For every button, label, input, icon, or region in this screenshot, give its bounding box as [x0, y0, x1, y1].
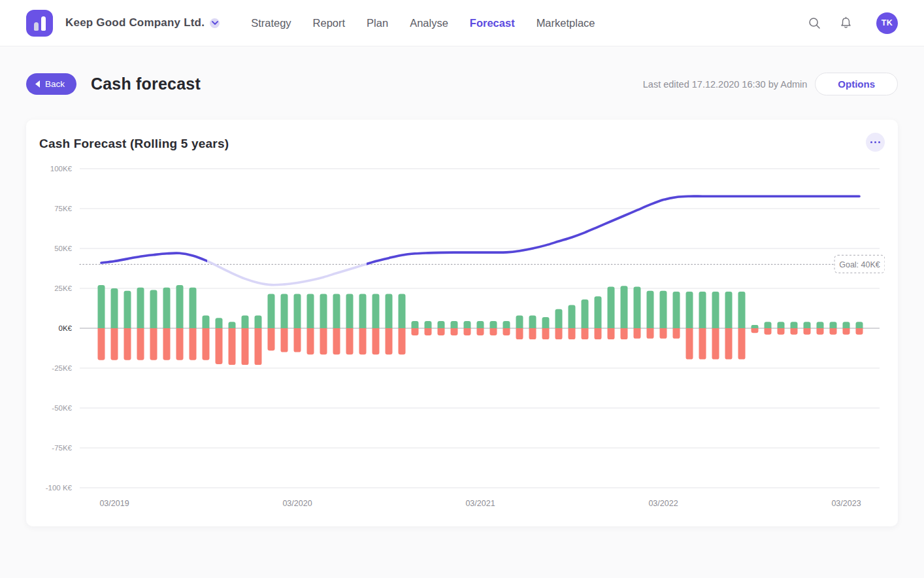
outflow-bar[interactable] — [555, 328, 563, 339]
outflow-bar[interactable] — [673, 328, 680, 339]
outflow-bar[interactable] — [634, 328, 641, 339]
outflow-bar[interactable] — [111, 328, 118, 360]
inflow-bar[interactable] — [438, 321, 445, 328]
outflow-bar[interactable] — [582, 328, 589, 339]
inflow-bar[interactable] — [294, 294, 301, 328]
outflow-bar[interactable] — [124, 328, 131, 360]
options-button[interactable]: Options — [815, 73, 898, 95]
inflow-bar[interactable] — [843, 322, 850, 328]
inflow-bar[interactable] — [595, 296, 602, 328]
outflow-bar[interactable] — [608, 328, 615, 339]
inflow-bar[interactable] — [412, 321, 419, 328]
inflow-bar[interactable] — [359, 294, 367, 328]
inflow-bar[interactable] — [725, 292, 733, 328]
inflow-bar[interactable] — [255, 315, 262, 328]
outflow-bar[interactable] — [569, 328, 576, 339]
company-logo-icon[interactable] — [26, 10, 53, 37]
outflow-bar[interactable] — [751, 328, 759, 333]
outflow-bar[interactable] — [203, 328, 210, 360]
inflow-bar[interactable] — [673, 292, 680, 328]
outflow-bar[interactable] — [412, 328, 419, 335]
outflow-bar[interactable] — [712, 328, 719, 360]
inflow-bar[interactable] — [307, 294, 314, 328]
outflow-bar[interactable] — [621, 328, 628, 339]
inflow-bar[interactable] — [111, 288, 118, 328]
outflow-bar[interactable] — [307, 328, 314, 354]
outflow-bar[interactable] — [516, 328, 523, 339]
outflow-bar[interactable] — [333, 328, 340, 354]
outflow-bar[interactable] — [98, 328, 105, 360]
outflow-bar[interactable] — [817, 328, 824, 335]
inflow-bar[interactable] — [176, 285, 184, 328]
inflow-bar[interactable] — [634, 287, 641, 328]
inflow-bar[interactable] — [98, 285, 105, 328]
inflow-bar[interactable] — [647, 291, 654, 328]
inflow-bar[interactable] — [346, 294, 354, 328]
outflow-bar[interactable] — [386, 328, 393, 354]
inflow-bar[interactable] — [569, 305, 576, 328]
inflow-bar[interactable] — [451, 321, 458, 328]
nav-item-marketplace[interactable]: Marketplace — [536, 17, 595, 29]
inflow-bar[interactable] — [490, 321, 497, 328]
inflow-bar[interactable] — [621, 286, 628, 328]
inflow-bar[interactable] — [503, 321, 510, 328]
back-button[interactable]: Back — [26, 73, 76, 95]
bell-icon[interactable] — [836, 13, 855, 33]
inflow-bar[interactable] — [477, 321, 484, 328]
inflow-bar[interactable] — [229, 322, 236, 328]
outflow-bar[interactable] — [595, 328, 602, 339]
nav-item-report[interactable]: Report — [313, 17, 346, 29]
outflow-bar[interactable] — [255, 328, 262, 365]
inflow-bar[interactable] — [817, 322, 824, 328]
inflow-bar[interactable] — [738, 292, 746, 328]
inflow-bar[interactable] — [333, 294, 340, 328]
nav-item-forecast[interactable]: Forecast — [470, 17, 515, 29]
inflow-bar[interactable] — [686, 292, 693, 328]
inflow-bar[interactable] — [555, 309, 563, 328]
ellipsis-menu-icon[interactable] — [866, 133, 885, 152]
outflow-bar[interactable] — [438, 328, 445, 335]
inflow-bar[interactable] — [529, 315, 536, 328]
outflow-bar[interactable] — [477, 328, 484, 335]
outflow-bar[interactable] — [137, 328, 144, 360]
inflow-bar[interactable] — [856, 322, 863, 328]
outflow-bar[interactable] — [699, 328, 706, 360]
outflow-bar[interactable] — [660, 328, 667, 339]
outflow-bar[interactable] — [359, 328, 367, 354]
outflow-bar[interactable] — [686, 328, 693, 360]
outflow-bar[interactable] — [778, 328, 785, 335]
outflow-bar[interactable] — [399, 328, 406, 354]
inflow-bar[interactable] — [660, 291, 667, 328]
inflow-bar[interactable] — [699, 292, 706, 328]
outflow-bar[interactable] — [281, 328, 288, 352]
inflow-bar[interactable] — [765, 322, 772, 328]
outflow-bar[interactable] — [529, 328, 536, 339]
user-avatar[interactable]: TK — [876, 12, 898, 34]
outflow-bar[interactable] — [725, 328, 733, 360]
inflow-bar[interactable] — [386, 294, 393, 328]
inflow-bar[interactable] — [582, 299, 589, 328]
inflow-bar[interactable] — [464, 321, 471, 328]
inflow-bar[interactable] — [268, 294, 275, 328]
inflow-bar[interactable] — [399, 294, 406, 328]
inflow-bar[interactable] — [163, 288, 171, 328]
outflow-bar[interactable] — [268, 328, 275, 350]
outflow-bar[interactable] — [765, 328, 772, 335]
inflow-bar[interactable] — [751, 325, 759, 328]
inflow-bar[interactable] — [124, 291, 131, 328]
outflow-bar[interactable] — [503, 328, 510, 335]
outflow-bar[interactable] — [294, 328, 301, 352]
inflow-bar[interactable] — [830, 322, 837, 328]
outflow-bar[interactable] — [320, 328, 327, 354]
outflow-bar[interactable] — [229, 328, 236, 365]
outflow-bar[interactable] — [451, 328, 458, 335]
nav-item-analyse[interactable]: Analyse — [410, 17, 448, 29]
outflow-bar[interactable] — [542, 328, 550, 339]
inflow-bar[interactable] — [372, 294, 380, 328]
outflow-bar[interactable] — [190, 328, 197, 360]
inflow-bar[interactable] — [791, 322, 798, 328]
outflow-bar[interactable] — [242, 328, 249, 365]
outflow-bar[interactable] — [425, 328, 432, 335]
outflow-bar[interactable] — [791, 328, 798, 335]
inflow-bar[interactable] — [778, 322, 785, 328]
